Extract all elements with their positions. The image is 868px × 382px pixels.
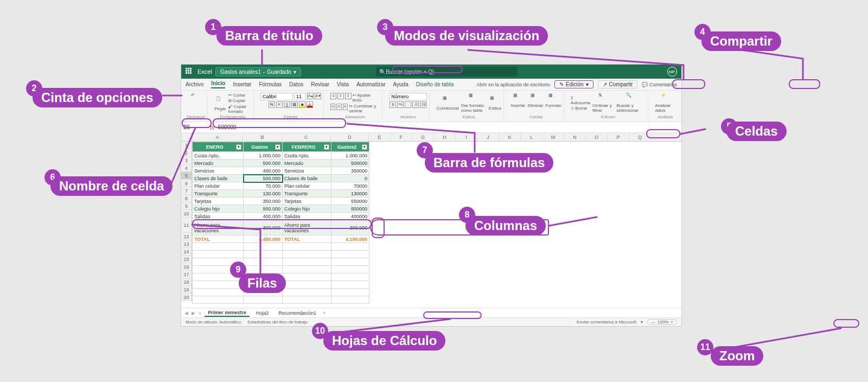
sheet-list-icon[interactable]: ≡ xyxy=(199,310,201,316)
align-mid-icon[interactable]: ≡ xyxy=(337,93,344,99)
cell-B12[interactable]: 4.450.000 xyxy=(244,235,283,243)
col-header-O[interactable]: O xyxy=(586,133,608,141)
row-header-11[interactable]: 11 xyxy=(181,218,192,233)
row-header-10[interactable]: 10 xyxy=(181,210,192,218)
row-header-8[interactable]: 8 xyxy=(181,195,192,202)
cell-B9[interactable]: 800.000 xyxy=(244,205,283,213)
column-headers[interactable]: ABCDEFGHIJKLMNOPQ xyxy=(192,133,681,142)
cell-C15[interactable] xyxy=(283,258,331,266)
feedback-link[interactable]: Enviar comentarios a Microsoft xyxy=(577,320,636,324)
user-avatar[interactable]: MF xyxy=(667,67,677,77)
cell-D5[interactable]: 0 xyxy=(331,175,369,182)
row-header-16[interactable]: 16 xyxy=(181,263,192,271)
cell-B20[interactable] xyxy=(244,296,283,304)
cell-D14[interactable] xyxy=(331,251,369,258)
align-right-icon[interactable]: ≡ xyxy=(343,104,348,110)
merge-button[interactable]: ⇔ Combinar y centrar xyxy=(349,104,380,113)
cell-D3[interactable]: 500000 xyxy=(331,160,369,167)
cell-C11[interactable]: Ahorro para vacaciones xyxy=(283,220,331,235)
cell-C18[interactable] xyxy=(283,281,331,289)
cell-B7[interactable]: 130.000 xyxy=(244,190,283,198)
cell-D12[interactable]: 4.100.000 xyxy=(331,235,369,243)
copy-button[interactable]: ⧉ Copiar xyxy=(228,98,251,104)
tab-revisar[interactable]: Revisar xyxy=(311,81,329,87)
tab-insertar[interactable]: Insertar xyxy=(233,81,251,87)
paste-button[interactable]: 📋Pegar xyxy=(214,96,226,111)
comments-button[interactable]: 💬 Comentarios xyxy=(642,82,677,87)
col-header-P[interactable]: P xyxy=(608,133,629,141)
cell-C7[interactable]: Transporte xyxy=(283,190,331,198)
cell-B13[interactable] xyxy=(244,243,283,251)
cell-A10[interactable]: Salidas xyxy=(193,213,244,220)
cell-A6[interactable]: Plan celular xyxy=(193,182,244,190)
cell-D16[interactable] xyxy=(331,266,369,273)
cell-D19[interactable] xyxy=(331,289,369,296)
find-select-button[interactable]: 🔍Buscar y seleccionar xyxy=(617,93,646,113)
cell-C2[interactable]: Cuota Apto. xyxy=(283,152,331,160)
cell-A2[interactable]: Cuota Apto. xyxy=(193,152,244,160)
col-header-D[interactable]: D xyxy=(331,133,369,141)
cell-C16[interactable] xyxy=(283,266,331,273)
row-header-1[interactable]: 1 xyxy=(181,142,192,149)
autosum-button[interactable]: Σ Autosuma xyxy=(571,96,590,105)
row-header-12[interactable]: 12 xyxy=(181,233,192,240)
col-header-Q[interactable]: Q xyxy=(629,133,651,141)
cell-A5[interactable]: Clases de baile xyxy=(193,175,244,182)
col-header-F[interactable]: F xyxy=(391,133,412,141)
cell-B11[interactable]: 300.000 xyxy=(244,220,283,235)
bold-button[interactable]: N xyxy=(269,101,275,108)
cell-B8[interactable]: 350.000 xyxy=(244,198,283,205)
format-cells-button[interactable]: ▦Formato xyxy=(545,93,561,108)
cell-D6[interactable]: 70000 xyxy=(331,182,369,190)
font-name-select[interactable] xyxy=(260,93,293,100)
cell-B15[interactable] xyxy=(244,258,283,266)
formula-bar[interactable]: 500000 xyxy=(216,124,681,130)
cell-A8[interactable]: Tarjetas xyxy=(193,198,244,205)
cell-C9[interactable]: Colegio hijo xyxy=(283,205,331,213)
select-all-corner[interactable] xyxy=(181,133,192,142)
tab-datos[interactable]: Datos xyxy=(289,81,303,87)
align-left-icon[interactable]: ≡ xyxy=(330,104,335,110)
border-button[interactable]: ▦ xyxy=(291,101,298,108)
tab-automatizar[interactable]: Automatizar xyxy=(356,81,385,87)
cell-A12[interactable]: TOTAL xyxy=(193,235,244,243)
align-top-icon[interactable]: ≡ xyxy=(330,93,337,99)
sheet-next-icon[interactable]: ▶ xyxy=(192,310,195,316)
edit-mode-button[interactable]: ✎ Edición ▾ xyxy=(554,80,593,88)
cell-D20[interactable] xyxy=(331,296,369,304)
col-header-H[interactable]: H xyxy=(434,133,456,141)
col-header-E[interactable]: E xyxy=(369,133,391,141)
row-header-17[interactable]: 17 xyxy=(181,271,192,278)
sheet-tab-0[interactable]: Primer semestre xyxy=(205,309,250,317)
cell-C10[interactable]: Salidas xyxy=(283,213,331,220)
tab-diseno-tabla[interactable]: Diseño de tabla xyxy=(416,81,454,87)
row-header-3[interactable]: 3 xyxy=(181,157,192,164)
cell-A20[interactable] xyxy=(193,296,244,304)
cell-C12[interactable]: TOTAL xyxy=(283,235,331,243)
workbook-stats[interactable]: Estadísticas del libro de trabajo xyxy=(247,320,308,324)
underline-button[interactable]: S xyxy=(284,101,290,108)
table-header-1[interactable]: Gastos▾ xyxy=(244,142,283,152)
cell-B2[interactable]: 1.000.000 xyxy=(244,152,283,160)
cell-A3[interactable]: Mercado xyxy=(193,160,244,167)
cell-C4[interactable]: Servicios xyxy=(283,167,331,175)
wrap-text-button[interactable]: ↩ Ajustar texto xyxy=(353,93,380,103)
table-header-3[interactable]: Gastos2▾ xyxy=(331,142,369,152)
open-desktop-link[interactable]: Abrir en la aplicación de escritorio xyxy=(477,82,550,87)
col-header-G[interactable]: G xyxy=(412,133,434,141)
number-format-select[interactable] xyxy=(389,93,427,100)
cell-D9[interactable]: 800000 xyxy=(331,205,369,213)
sort-filter-button[interactable]: ⇅Ordenar y filtrar xyxy=(592,93,614,113)
cell-C19[interactable] xyxy=(283,289,331,296)
tab-inicio[interactable]: Inicio xyxy=(211,80,225,88)
insert-cells-button[interactable]: ▦Insertar xyxy=(510,93,525,108)
decrease-font-icon[interactable]: A▾ xyxy=(315,93,321,99)
tab-vista[interactable]: Vista xyxy=(337,81,349,87)
cell-C13[interactable] xyxy=(283,243,331,251)
cell-C8[interactable]: Tarjetas xyxy=(283,198,331,205)
cell-styles-button[interactable]: ▦Estilos xyxy=(489,96,502,111)
cell-D10[interactable]: 400000 xyxy=(331,213,369,220)
percent-icon[interactable]: % xyxy=(397,101,404,108)
layout-icon[interactable]: ▾ xyxy=(641,320,643,324)
cell-A4[interactable]: Servicios xyxy=(193,167,244,175)
